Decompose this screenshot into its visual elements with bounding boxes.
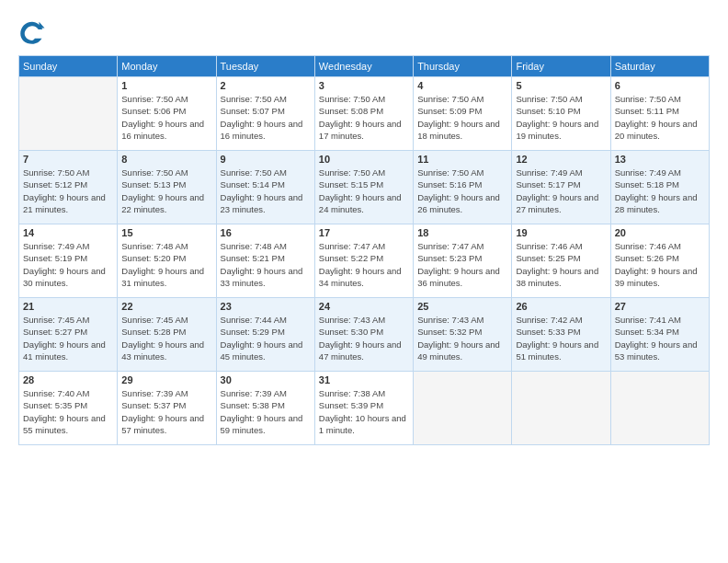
day-number: 27 (615, 301, 705, 312)
day-info: Sunrise: 7:50 AMSunset: 5:13 PMDaylight:… (121, 167, 211, 215)
day-info: Sunrise: 7:48 AMSunset: 5:21 PMDaylight:… (221, 240, 311, 289)
day-number: 9 (221, 154, 311, 165)
day-info: Sunrise: 7:47 AMSunset: 5:22 PMDaylight:… (319, 240, 409, 289)
week-row-5: 28Sunrise: 7:40 AMSunset: 5:35 PMDayligh… (19, 372, 710, 445)
day-info: Sunrise: 7:45 AMSunset: 5:27 PMDaylight:… (23, 314, 113, 362)
day-info: Sunrise: 7:49 AMSunset: 5:17 PMDaylight:… (516, 167, 606, 215)
week-row-1: 1Sunrise: 7:50 AMSunset: 5:06 PMDaylight… (19, 77, 710, 151)
calendar-cell: 4Sunrise: 7:50 AMSunset: 5:09 PMDaylight… (414, 77, 512, 151)
header-day-thursday: Thursday (414, 56, 512, 77)
calendar-cell: 16Sunrise: 7:48 AMSunset: 5:21 PMDayligh… (216, 224, 314, 298)
day-number: 22 (121, 301, 211, 312)
calendar-cell: 26Sunrise: 7:42 AMSunset: 5:33 PMDayligh… (512, 298, 610, 372)
header-day-wednesday: Wednesday (314, 56, 413, 77)
day-info: Sunrise: 7:43 AMSunset: 5:32 PMDaylight:… (417, 314, 507, 362)
day-number: 30 (221, 374, 311, 385)
calendar-cell (19, 77, 118, 151)
calendar-cell: 7Sunrise: 7:50 AMSunset: 5:12 PMDaylight… (19, 151, 118, 224)
calendar-cell (610, 372, 709, 445)
calendar-cell: 10Sunrise: 7:50 AMSunset: 5:15 PMDayligh… (314, 151, 413, 224)
day-number: 16 (221, 227, 311, 238)
day-info: Sunrise: 7:41 AMSunset: 5:34 PMDaylight:… (615, 314, 705, 362)
day-info: Sunrise: 7:50 AMSunset: 5:15 PMDaylight:… (319, 167, 409, 215)
calendar-cell: 21Sunrise: 7:45 AMSunset: 5:27 PMDayligh… (19, 298, 118, 372)
day-number: 20 (615, 227, 705, 238)
header-row: SundayMondayTuesdayWednesdayThursdayFrid… (19, 56, 710, 77)
header-day-saturday: Saturday (610, 56, 709, 77)
day-info: Sunrise: 7:49 AMSunset: 5:19 PMDaylight:… (23, 240, 113, 289)
day-number: 14 (23, 227, 113, 238)
day-info: Sunrise: 7:50 AMSunset: 5:07 PMDaylight:… (221, 93, 311, 142)
day-info: Sunrise: 7:49 AMSunset: 5:18 PMDaylight:… (615, 167, 705, 215)
calendar-cell: 25Sunrise: 7:43 AMSunset: 5:32 PMDayligh… (414, 298, 512, 372)
day-number: 25 (417, 301, 507, 312)
day-number: 11 (417, 154, 507, 165)
calendar-cell: 15Sunrise: 7:48 AMSunset: 5:20 PMDayligh… (118, 224, 216, 298)
header-day-friday: Friday (512, 56, 610, 77)
day-info: Sunrise: 7:50 AMSunset: 5:06 PMDaylight:… (121, 93, 211, 142)
calendar-cell: 17Sunrise: 7:47 AMSunset: 5:22 PMDayligh… (314, 224, 413, 298)
day-number: 17 (319, 227, 409, 238)
calendar-cell: 1Sunrise: 7:50 AMSunset: 5:06 PMDaylight… (118, 77, 216, 151)
day-number: 12 (516, 154, 606, 165)
day-info: Sunrise: 7:45 AMSunset: 5:28 PMDaylight:… (121, 314, 211, 362)
day-number: 23 (221, 301, 311, 312)
day-number: 5 (516, 80, 606, 91)
day-number: 1 (121, 80, 211, 91)
day-number: 13 (615, 154, 705, 165)
day-number: 10 (319, 154, 409, 165)
day-number: 26 (516, 301, 606, 312)
calendar-cell: 31Sunrise: 7:38 AMSunset: 5:39 PMDayligh… (314, 372, 413, 445)
day-info: Sunrise: 7:47 AMSunset: 5:23 PMDaylight:… (417, 240, 507, 289)
header-day-monday: Monday (118, 56, 216, 77)
day-number: 28 (23, 374, 113, 385)
calendar-cell: 29Sunrise: 7:39 AMSunset: 5:37 PMDayligh… (118, 372, 216, 445)
day-info: Sunrise: 7:50 AMSunset: 5:12 PMDaylight:… (23, 167, 113, 215)
calendar-cell: 24Sunrise: 7:43 AMSunset: 5:30 PMDayligh… (314, 298, 413, 372)
calendar-cell: 3Sunrise: 7:50 AMSunset: 5:08 PMDaylight… (314, 77, 413, 151)
calendar-cell: 9Sunrise: 7:50 AMSunset: 5:14 PMDaylight… (216, 151, 314, 224)
day-info: Sunrise: 7:50 AMSunset: 5:14 PMDaylight:… (221, 167, 311, 215)
day-info: Sunrise: 7:43 AMSunset: 5:30 PMDaylight:… (319, 314, 409, 362)
day-number: 29 (121, 374, 211, 385)
calendar-cell (512, 372, 610, 445)
week-row-3: 14Sunrise: 7:49 AMSunset: 5:19 PMDayligh… (19, 224, 710, 298)
day-info: Sunrise: 7:50 AMSunset: 5:10 PMDaylight:… (516, 93, 606, 142)
logo (18, 18, 50, 46)
day-number: 15 (121, 227, 211, 238)
logo-icon (18, 18, 46, 46)
calendar-cell (414, 372, 512, 445)
day-number: 31 (319, 374, 409, 385)
header-day-tuesday: Tuesday (216, 56, 314, 77)
day-info: Sunrise: 7:48 AMSunset: 5:20 PMDaylight:… (121, 240, 211, 289)
day-number: 6 (615, 80, 705, 91)
day-info: Sunrise: 7:50 AMSunset: 5:11 PMDaylight:… (615, 93, 705, 142)
day-info: Sunrise: 7:39 AMSunset: 5:37 PMDaylight:… (121, 387, 211, 436)
day-info: Sunrise: 7:46 AMSunset: 5:25 PMDaylight:… (516, 240, 606, 289)
day-info: Sunrise: 7:50 AMSunset: 5:09 PMDaylight:… (417, 93, 507, 142)
day-info: Sunrise: 7:46 AMSunset: 5:26 PMDaylight:… (615, 240, 705, 289)
calendar-cell: 11Sunrise: 7:50 AMSunset: 5:16 PMDayligh… (414, 151, 512, 224)
calendar-cell: 14Sunrise: 7:49 AMSunset: 5:19 PMDayligh… (19, 224, 118, 298)
calendar-cell: 6Sunrise: 7:50 AMSunset: 5:11 PMDaylight… (610, 77, 709, 151)
calendar-cell: 18Sunrise: 7:47 AMSunset: 5:23 PMDayligh… (414, 224, 512, 298)
day-number: 7 (23, 154, 113, 165)
calendar-cell: 27Sunrise: 7:41 AMSunset: 5:34 PMDayligh… (610, 298, 709, 372)
day-number: 21 (23, 301, 113, 312)
calendar-cell: 20Sunrise: 7:46 AMSunset: 5:26 PMDayligh… (610, 224, 709, 298)
day-number: 3 (319, 80, 409, 91)
day-number: 19 (516, 227, 606, 238)
day-info: Sunrise: 7:39 AMSunset: 5:38 PMDaylight:… (221, 387, 311, 436)
calendar-table: SundayMondayTuesdayWednesdayThursdayFrid… (18, 55, 710, 445)
header-day-sunday: Sunday (19, 56, 118, 77)
calendar-cell: 2Sunrise: 7:50 AMSunset: 5:07 PMDaylight… (216, 77, 314, 151)
day-info: Sunrise: 7:50 AMSunset: 5:08 PMDaylight:… (319, 93, 409, 142)
calendar-cell: 23Sunrise: 7:44 AMSunset: 5:29 PMDayligh… (216, 298, 314, 372)
page: SundayMondayTuesdayWednesdayThursdayFrid… (0, 0, 728, 563)
day-number: 24 (319, 301, 409, 312)
header (18, 18, 710, 46)
day-info: Sunrise: 7:42 AMSunset: 5:33 PMDaylight:… (516, 314, 606, 362)
day-number: 4 (417, 80, 507, 91)
week-row-4: 21Sunrise: 7:45 AMSunset: 5:27 PMDayligh… (19, 298, 710, 372)
calendar-cell: 13Sunrise: 7:49 AMSunset: 5:18 PMDayligh… (610, 151, 709, 224)
